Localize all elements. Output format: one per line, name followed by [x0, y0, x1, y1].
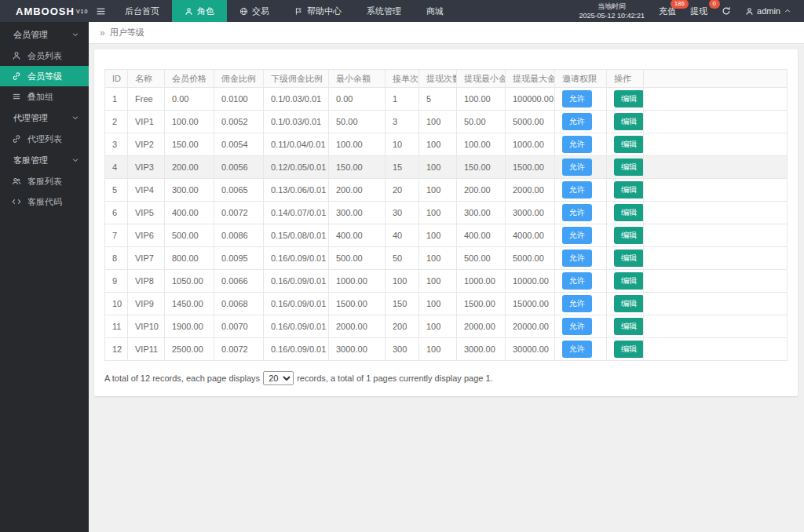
brand-name: AMBOOSH — [16, 5, 75, 17]
nav-item-dashboard[interactable]: 后台首页 — [112, 0, 172, 22]
sidebar-item-service-code[interactable]: 客服代码 — [0, 191, 89, 212]
table-cell: 0.0054 — [214, 133, 264, 156]
col-withdraw-max: 提现最大金额 — [506, 70, 555, 88]
users-icon — [12, 177, 21, 186]
table-cell: 0.0100 — [214, 88, 264, 111]
brand-version: V10 — [76, 9, 88, 14]
table-cell: 0.12/0.05/0.01 — [264, 156, 329, 179]
empty-cell — [644, 224, 788, 247]
table-cell: VIP2 — [128, 133, 165, 156]
table-cell: VIP4 — [128, 179, 165, 202]
edit-button[interactable]: 编辑 — [614, 90, 644, 107]
table-cell: 4000.00 — [506, 224, 555, 247]
sidebar-item-stack-group[interactable]: 叠加组 — [0, 86, 89, 107]
table-cell: 0.00 — [329, 88, 386, 111]
nav-item-help-center[interactable]: 帮助中心 — [282, 0, 354, 22]
col-withdraw-min: 提现最小金额 — [457, 70, 506, 88]
table-cell: 允许 — [555, 179, 607, 202]
pagination-prefix: A total of 12 records, each page display… — [104, 373, 260, 383]
table-cell: 0.11/0.04/0.01 — [264, 133, 329, 156]
table-cell: 100 — [419, 293, 457, 315]
invite-permission-button[interactable]: 允许 — [562, 318, 592, 335]
invite-permission-button[interactable]: 允许 — [562, 295, 592, 312]
table-cell: 允许 — [555, 133, 607, 156]
edit-button[interactable]: 编辑 — [614, 341, 644, 358]
table-row: 1Free0.000.01000.1/0.03/0.010.0015100.00… — [105, 88, 788, 111]
nav-item-roles[interactable]: 角色 — [172, 0, 227, 22]
table-cell: 编辑 — [607, 315, 644, 338]
invite-permission-button[interactable]: 允许 — [562, 341, 592, 358]
invite-permission-button[interactable]: 允许 — [562, 90, 592, 107]
edit-button[interactable]: 编辑 — [614, 272, 644, 290]
table-cell: 20 — [386, 179, 419, 202]
brand-logo[interactable]: AMBOOSH V10 — [0, 0, 89, 22]
edit-button[interactable]: 编辑 — [614, 318, 644, 335]
user-icon — [185, 7, 193, 16]
pagination: A total of 12 records, each page display… — [104, 371, 788, 385]
table-cell: 2 — [105, 111, 128, 133]
edit-button[interactable]: 编辑 — [614, 250, 644, 267]
table-cell: 500.00 — [165, 224, 214, 247]
nav-item-trade[interactable]: 交易 — [227, 0, 282, 22]
table-cell: 15000.00 — [506, 293, 555, 315]
invite-permission-button[interactable]: 允许 — [562, 181, 592, 199]
invite-permission-button[interactable]: 允许 — [562, 159, 592, 176]
table-row: 3VIP2150.000.00540.11/0.04/0.01100.00101… — [105, 133, 788, 156]
table-row: 6VIP5400.000.00720.14/0.07/0.01300.00301… — [105, 202, 788, 224]
table-cell: 编辑 — [607, 270, 644, 293]
table-cell: 3000.00 — [329, 338, 386, 361]
sidebar-section-service-management[interactable]: 客服管理 — [0, 149, 89, 171]
invite-permission-button[interactable]: 允许 — [562, 250, 592, 267]
table-cell: 允许 — [555, 156, 607, 179]
nav-item-mall[interactable]: 商城 — [414, 0, 456, 22]
table-cell: 3 — [386, 111, 419, 133]
nav-item-system-management[interactable]: 系统管理 — [354, 0, 414, 22]
table-cell: VIP11 — [128, 338, 165, 361]
refresh-button[interactable] — [722, 6, 731, 16]
col-id: ID — [105, 70, 128, 88]
sidebar-item-service-list[interactable]: 客服列表 — [0, 171, 89, 191]
invite-permission-button[interactable]: 允许 — [562, 136, 592, 153]
sidebar-item-member-level[interactable]: 会员等级 — [0, 66, 89, 86]
col-member-price: 会员价格 — [165, 70, 214, 88]
admin-menu[interactable]: admin — [745, 6, 791, 16]
edit-button[interactable]: 编辑 — [614, 136, 644, 153]
empty-cell — [644, 293, 788, 315]
page-size-select[interactable]: 20 — [263, 371, 294, 385]
globe-icon — [239, 7, 248, 16]
edit-button[interactable]: 编辑 — [614, 204, 644, 221]
table-cell: 允许 — [555, 293, 607, 315]
sidebar-section-label: 会员管理 — [13, 29, 48, 41]
table-row: 9VIP81050.000.00660.16/0.09/0.011000.001… — [105, 270, 788, 293]
table-cell: 编辑 — [607, 224, 644, 247]
invite-permission-button[interactable]: 允许 — [562, 272, 592, 290]
table-cell: VIP6 — [128, 224, 165, 247]
table-cell: VIP9 — [128, 293, 165, 315]
sidebar-toggle-button[interactable] — [89, 0, 112, 22]
sidebar-section-member-management[interactable]: 会员管理 — [0, 24, 89, 46]
withdraw-link[interactable]: 提现 0 — [690, 5, 707, 17]
sidebar-item-member-list[interactable]: 会员列表 — [0, 46, 89, 66]
table-cell: 4 — [105, 156, 128, 179]
invite-permission-button[interactable]: 允许 — [562, 113, 592, 130]
table-cell: 50.00 — [457, 111, 506, 133]
col-min-balance: 最小余额 — [329, 70, 386, 88]
sidebar: 会员管理 会员列表 会员等级 叠加组 代理管理 代理列表 — [0, 22, 89, 532]
invite-permission-button[interactable]: 允许 — [562, 204, 592, 221]
sidebar-item-agent-list[interactable]: 代理列表 — [0, 129, 89, 149]
edit-button[interactable]: 编辑 — [614, 181, 644, 199]
table-row: 8VIP7800.000.00950.16/0.09/0.01500.00501… — [105, 247, 788, 270]
invite-permission-button[interactable]: 允许 — [562, 227, 592, 244]
table-cell: 1450.00 — [165, 293, 214, 315]
col-empty — [644, 70, 788, 88]
sidebar-section-agent-management[interactable]: 代理管理 — [0, 107, 89, 129]
edit-button[interactable]: 编辑 — [614, 113, 644, 130]
table-cell: 100 — [419, 315, 457, 338]
table-cell: 10 — [386, 133, 419, 156]
edit-button[interactable]: 编辑 — [614, 295, 644, 312]
recharge-link[interactable]: 充值 186 — [659, 5, 676, 17]
sidebar-item-label: 会员等级 — [27, 71, 62, 82]
table-cell: 1500.00 — [329, 293, 386, 315]
edit-button[interactable]: 编辑 — [614, 159, 644, 176]
edit-button[interactable]: 编辑 — [614, 227, 644, 244]
